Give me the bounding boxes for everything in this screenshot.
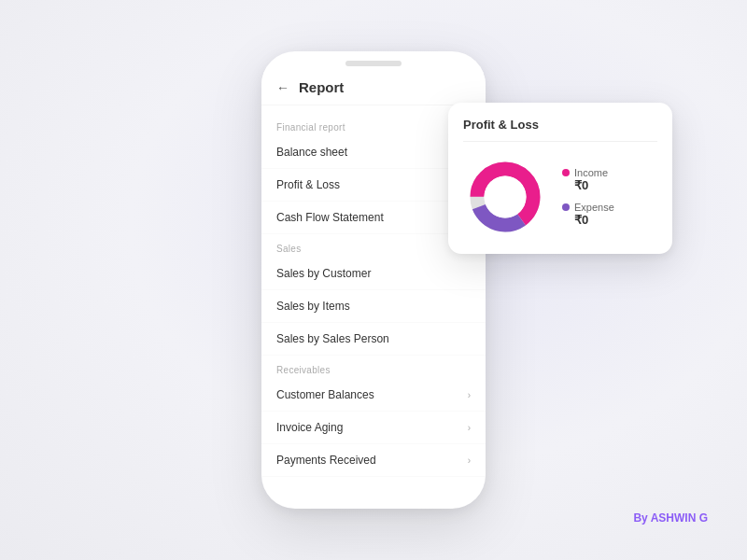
expense-dot (562, 203, 570, 211)
menu-item-invoice-aging[interactable]: Invoice Aging › (261, 412, 486, 444)
income-value: ₹0 (574, 178, 614, 192)
menu-item-label: Sales by Customer (276, 267, 371, 280)
legend: Income ₹0 Expense ₹0 (562, 167, 614, 227)
menu-item-sales-customer[interactable]: Sales by Customer (261, 258, 486, 290)
scene: ← Report Financial report Balance sheet … (19, 19, 728, 541)
menu-item-label: Cash Flow Statement (276, 211, 384, 224)
pl-card-body: Income ₹0 Expense ₹0 (463, 155, 657, 239)
menu-item-label: Balance sheet (276, 146, 347, 159)
page-title: Report (299, 79, 344, 95)
menu-item-label: Payments Received (276, 454, 376, 467)
pl-card-title: Profit & Loss (463, 118, 657, 142)
legend-expense-label: Expense (562, 202, 614, 213)
donut-svg (463, 155, 547, 239)
menu-item-payments-received[interactable]: Payments Received › (261, 444, 486, 477)
screen-header: ← Report (261, 66, 486, 105)
menu-item-label: Sales by Items (276, 300, 350, 313)
back-button[interactable]: ← (276, 80, 289, 95)
menu-item-label: Invoice Aging (276, 421, 343, 434)
chevron-icon: › (468, 455, 471, 466)
profit-loss-card: Profit & Loss (448, 103, 672, 254)
section-label-receivables: Receivables (261, 356, 486, 379)
menu-item-customer-balances[interactable]: Customer Balances › (261, 379, 486, 412)
menu-item-label: Profit & Loss (276, 178, 340, 191)
chevron-icon: › (468, 390, 471, 400)
income-dot (562, 169, 570, 176)
expense-value: ₹0 (574, 213, 614, 227)
svg-point-4 (491, 183, 519, 211)
watermark: By ASHWIN G (633, 511, 708, 525)
legend-income-label: Income (562, 167, 614, 178)
legend-income: Income ₹0 (562, 167, 614, 192)
menu-item-sales-person[interactable]: Sales by Sales Person (261, 323, 486, 356)
menu-item-label: Sales by Sales Person (276, 332, 389, 345)
menu-item-sales-items[interactable]: Sales by Items (261, 290, 486, 323)
donut-chart (463, 155, 547, 239)
legend-expense: Expense ₹0 (562, 202, 614, 227)
chevron-icon: › (468, 423, 471, 433)
menu-item-label: Customer Balances (276, 388, 374, 401)
